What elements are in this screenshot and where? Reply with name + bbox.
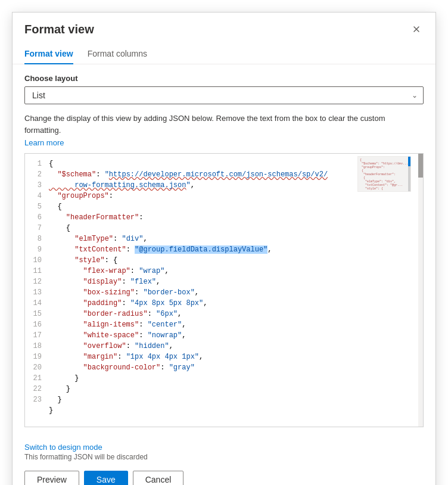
layout-dropdown[interactable]: List Gallery Compact list xyxy=(24,86,424,104)
tab-format-view[interactable]: Format view xyxy=(24,44,73,64)
footer-links: Switch to design mode This formatting JS… xyxy=(13,437,435,464)
code-minimap: { "$schema": "https://dev... "groupProps… xyxy=(357,156,411,192)
dialog-header: Format view xyxy=(13,13,435,43)
code-content[interactable]: { "$schema": "https://developer.microsof… xyxy=(46,154,423,427)
description-text: Change the display of this view by addin… xyxy=(24,113,424,136)
scrollbar[interactable] xyxy=(418,154,423,427)
json-code-editor[interactable]: 1 2 3 4 5 6 7 8 9 10 11 12 13 14 15 16 xyxy=(24,153,424,427)
save-button[interactable]: Save xyxy=(84,471,128,485)
format-view-dialog: Format view Format view Format columns C… xyxy=(12,12,436,485)
cancel-button[interactable]: Cancel xyxy=(133,471,184,485)
switch-design-link[interactable]: Switch to design mode xyxy=(24,443,424,452)
line-numbers: 1 2 3 4 5 6 7 8 9 10 11 12 13 14 15 16 xyxy=(25,154,46,427)
preview-button[interactable]: Preview xyxy=(24,471,79,485)
tabs-container: Format view Format columns xyxy=(13,43,435,64)
tab-format-columns[interactable]: Format columns xyxy=(88,44,147,64)
layout-dropdown-container: List Gallery Compact list ⌄ xyxy=(24,86,424,104)
dialog-title: Format view xyxy=(24,23,94,36)
layout-label: Choose layout xyxy=(24,74,424,83)
action-bar: Preview Save Cancel xyxy=(13,464,435,485)
close-button[interactable] xyxy=(409,22,424,36)
scrollbar-thumb[interactable] xyxy=(418,154,423,178)
discard-note: This formatting JSON will be discarded xyxy=(24,453,424,461)
dialog-content: Choose layout List Gallery Compact list … xyxy=(13,64,435,437)
learn-more-link[interactable]: Learn more xyxy=(24,138,424,147)
